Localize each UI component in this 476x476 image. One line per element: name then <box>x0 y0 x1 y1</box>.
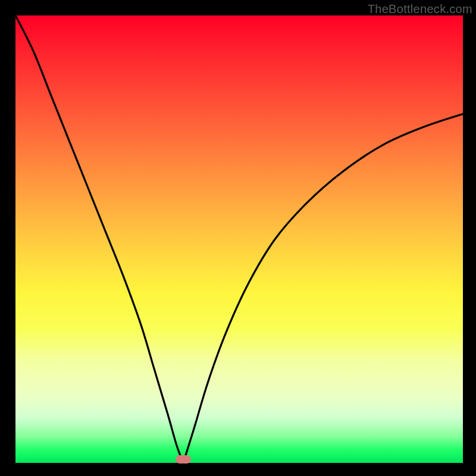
optimal-marker <box>176 455 191 464</box>
watermark-text: TheBottleneck.com <box>368 2 472 16</box>
bottleneck-curve <box>15 15 463 463</box>
chart-area <box>15 15 463 463</box>
